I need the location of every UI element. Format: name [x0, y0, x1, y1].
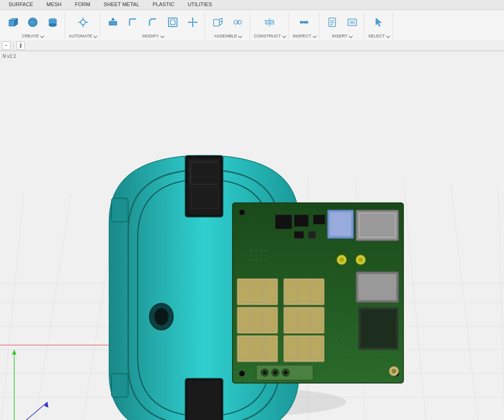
new-component-icon	[212, 17, 224, 28]
create-box-button[interactable]	[4, 12, 22, 33]
svg-point-8	[81, 20, 85, 25]
svg-point-30	[237, 21, 239, 23]
housing-port1-inner	[154, 308, 168, 325]
tab-surface[interactable]: SURFACE	[2, 0, 40, 9]
screw-hole3-inner	[284, 371, 288, 374]
svg-point-92	[255, 249, 257, 251]
app-container: SURFACE MESH FORM SHEET METAL PLASTIC UT…	[0, 0, 504, 420]
canvas-button[interactable]	[343, 12, 361, 33]
battery-bottom-slot-item	[191, 187, 219, 209]
joint-icon	[232, 17, 243, 28]
modify-move-button[interactable]	[184, 12, 202, 33]
svg-rect-80	[285, 280, 297, 303]
svg-rect-33	[300, 21, 308, 23]
automate-group-label[interactable]: AUTOMATE	[69, 34, 97, 38]
insert-chevron-icon	[349, 34, 353, 38]
svg-marker-19	[192, 18, 194, 19]
tab-sheet-metal[interactable]: SHEET METAL	[97, 0, 146, 9]
svg-rect-15	[168, 18, 177, 27]
svg-point-108	[341, 339, 343, 341]
3d-canvas[interactable]	[0, 51, 504, 420]
tab-mesh[interactable]: MESH	[40, 0, 68, 9]
create-cylinder-button[interactable]	[44, 12, 62, 33]
svg-point-109	[331, 344, 333, 346]
svg-line-25	[219, 21, 222, 22]
construct-chevron-icon	[282, 34, 286, 38]
svg-line-24	[219, 18, 222, 19]
tab-utilities[interactable]: UTILITIES	[181, 0, 218, 9]
automate-button[interactable]	[74, 12, 92, 33]
select-button[interactable]	[370, 12, 388, 33]
connector-row2	[237, 307, 278, 333]
toolbar-main-row: CREATE	[0, 10, 504, 40]
modify-fillet-button[interactable]	[124, 12, 142, 33]
svg-point-110	[336, 344, 338, 346]
toolbar-group-create: CREATE	[1, 12, 65, 38]
pcb-mount-hole-bl	[239, 371, 245, 376]
svg-point-112	[331, 363, 333, 365]
toolbar-group-construct: CONSTRUCT	[251, 12, 289, 38]
toolbar-tabs: SURFACE MESH FORM SHEET METAL PLASTIC UT…	[0, 0, 504, 10]
viewport[interactable]: N v1:1	[0, 51, 504, 420]
measure-icon	[299, 17, 310, 28]
assemble-joint-button[interactable]	[229, 12, 247, 33]
construct-midplane-button[interactable]	[261, 12, 279, 33]
svg-rect-70	[264, 280, 276, 303]
modify-group-label[interactable]: MODIFY	[142, 34, 164, 38]
housing-slot-bottom-inner	[187, 381, 221, 420]
modify-shell-button[interactable]	[164, 12, 182, 33]
insert-group-label[interactable]: INSERT	[332, 34, 352, 38]
connector-row6	[284, 336, 324, 362]
svg-rect-69	[252, 280, 263, 303]
svg-marker-14	[111, 18, 115, 20]
connector-row3	[237, 336, 278, 362]
svg-point-121	[379, 368, 381, 370]
construct-group-label[interactable]: CONSTRUCT	[254, 34, 286, 38]
svg-point-107	[336, 339, 338, 341]
toolbar-sub-row: − ∥	[0, 40, 504, 51]
ic-chip3	[294, 231, 304, 238]
minus-button[interactable]: −	[2, 41, 10, 50]
component-circle-br-inner	[392, 369, 396, 374]
ic-chip1	[294, 215, 308, 227]
insert-button[interactable]	[323, 12, 341, 33]
inspect-group-label[interactable]: INSPECT	[293, 34, 316, 38]
screw-hole2-inner	[273, 371, 277, 374]
tab-form[interactable]: FORM	[68, 0, 97, 9]
svg-rect-89	[298, 337, 310, 360]
component-block-inner	[361, 310, 396, 347]
automate-icon	[77, 17, 89, 28]
svg-point-105	[341, 335, 343, 337]
modify-chamfer-button[interactable]	[144, 12, 162, 33]
create-sphere-button[interactable]	[24, 12, 42, 33]
tab-plastic[interactable]: PLASTIC	[146, 0, 181, 9]
create-chevron-icon	[40, 34, 44, 38]
select-group-label[interactable]: SELECT	[368, 34, 390, 38]
svg-rect-90	[311, 337, 323, 360]
svg-rect-76	[239, 337, 251, 360]
midplane-icon	[264, 17, 275, 28]
sd-card-body	[360, 214, 395, 237]
svg-rect-13	[109, 21, 117, 25]
modify-press-pull-button[interactable]	[104, 12, 122, 33]
svg-line-26	[219, 24, 222, 25]
coord-label: N v1:1	[2, 54, 16, 59]
svg-point-118	[379, 363, 381, 365]
svg-point-96	[255, 254, 257, 256]
assemble-chevron-icon	[238, 34, 242, 38]
assemble-new-component-button[interactable]	[209, 12, 227, 33]
inspect-measure-button[interactable]	[295, 12, 313, 33]
assemble-group-label[interactable]: ASSEMBLE	[214, 34, 242, 38]
pause-button[interactable]: ∥	[17, 41, 25, 50]
svg-rect-81	[298, 280, 310, 303]
battery-top	[191, 163, 219, 184]
svg-point-95	[251, 254, 252, 256]
housing-tab-top-left	[112, 198, 128, 222]
svg-point-94	[265, 249, 267, 251]
svg-point-102	[265, 259, 267, 261]
create-group-label[interactable]: CREATE	[22, 34, 44, 38]
svg-rect-23	[214, 19, 219, 26]
svg-point-97	[260, 254, 262, 256]
connector-row5	[284, 307, 324, 333]
sphere-icon	[27, 17, 38, 28]
